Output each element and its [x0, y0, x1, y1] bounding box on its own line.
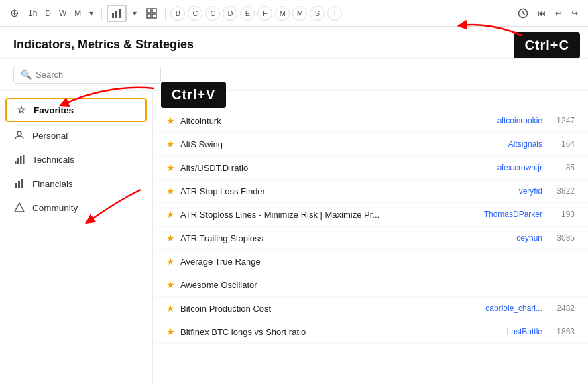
sidebar-item-financials-label: Financials	[32, 179, 73, 189]
timeframe-group: 1h D W M ▾	[25, 7, 97, 19]
svg-rect-5	[147, 14, 151, 18]
chart-dropdown-button[interactable]: ▾	[129, 7, 140, 20]
add-chart-button[interactable]: ⊕	[7, 5, 22, 21]
script-name: Bitcoin Production Cost	[180, 304, 470, 314]
table-row[interactable]: ★ AltS Swing Altsignals 164	[153, 133, 588, 156]
search-input-wrap[interactable]: 🔍	[13, 66, 161, 84]
letter-f[interactable]: F	[257, 6, 272, 21]
letter-b[interactable]: B	[170, 6, 185, 21]
table-row[interactable]: ★ Alts/USDT.D ratio alex.crown.jr 85	[153, 156, 588, 180]
table-row[interactable]: ★ Average True Range	[153, 250, 588, 273]
script-author[interactable]: ceyhun	[475, 233, 542, 243]
tf-w[interactable]: W	[56, 7, 70, 19]
table-row[interactable]: ★ ATR Stop Loss Finder veryfid 3822	[153, 180, 588, 203]
search-input[interactable]	[36, 70, 154, 80]
script-count: 3085	[548, 233, 575, 243]
star-icon: ★	[166, 233, 175, 243]
chart-type-button[interactable]	[107, 5, 127, 22]
star-icon: ★	[166, 209, 175, 220]
svg-rect-6	[152, 14, 156, 18]
script-name: ATR Stoploss Lines - Minimize Risk | Max…	[180, 210, 470, 220]
script-author[interactable]: capriole_charl...	[475, 304, 542, 313]
clock-button[interactable]	[514, 6, 532, 21]
script-count: 1247	[548, 116, 575, 125]
script-name: AltS Swing	[180, 139, 470, 149]
script-count: 164	[548, 139, 575, 149]
table-row[interactable]: ★ ATR Stoploss Lines - Minimize Risk | M…	[153, 203, 588, 227]
undo-button[interactable]: ↩	[552, 7, 565, 20]
svg-rect-0	[112, 13, 114, 18]
script-count: 3822	[548, 186, 575, 196]
search-icon: 🔍	[21, 70, 32, 80]
toolbar: ⊕ 1h D W M ▾ ▾ B C C D E F M M S T	[0, 0, 588, 27]
svg-rect-2	[119, 9, 121, 18]
personal-icon	[13, 129, 25, 141]
favorites-icon: ☆	[15, 104, 27, 116]
table-row[interactable]: ★ ATR Trailing Stoploss ceyhun 3085	[153, 227, 588, 250]
tf-m[interactable]: M	[71, 7, 84, 19]
sidebar-item-favorites-label: Favorites	[34, 105, 74, 115]
script-name: Average True Range	[180, 257, 470, 267]
letter-s[interactable]: S	[310, 6, 325, 21]
script-author[interactable]: ThomasDParker	[475, 210, 542, 219]
svg-line-9	[523, 13, 525, 15]
letter-c2[interactable]: C	[205, 6, 220, 21]
script-count: 2482	[548, 304, 575, 313]
sidebar-item-technicals[interactable]: Technicals	[0, 147, 152, 172]
svg-rect-1	[115, 11, 117, 18]
page-title: Indicators, Metrics & Strategies	[13, 38, 575, 52]
script-author[interactable]: veryfid	[475, 186, 542, 196]
sidebar-item-community-label: Community	[32, 203, 78, 213]
letter-d[interactable]: D	[223, 6, 237, 21]
letter-m2[interactable]: M	[292, 6, 307, 21]
table-row[interactable]: ★ Altcointurk altcoinrookie 1247	[153, 109, 588, 133]
table-row[interactable]: ★ Bitcoin Production Cost capriole_charl…	[153, 297, 588, 320]
sidebar-item-personal[interactable]: Personal	[0, 123, 152, 147]
script-count: 85	[548, 163, 575, 172]
script-author[interactable]: LastBattle	[475, 327, 542, 336]
star-icon: ★	[166, 115, 175, 126]
svg-rect-12	[17, 158, 19, 164]
sidebar-item-favorites[interactable]: ☆ Favorites	[5, 98, 147, 122]
grid-button[interactable]	[143, 6, 160, 21]
table-row[interactable]: ★ Awesome Oscillator	[153, 273, 588, 297]
table-row[interactable]: ★ Bitfinex BTC longs vs Short ratio Last…	[153, 320, 588, 344]
svg-rect-16	[18, 181, 20, 188]
svg-rect-4	[152, 9, 156, 13]
svg-rect-3	[147, 9, 151, 13]
svg-rect-13	[20, 156, 22, 164]
script-author[interactable]: Altsignals	[475, 139, 542, 149]
svg-rect-17	[21, 179, 23, 188]
script-author[interactable]: altcoinrookie	[475, 116, 542, 125]
ctrl-v-tooltip: Ctrl+V	[161, 82, 226, 108]
letter-t[interactable]: T	[327, 6, 342, 21]
star-icon: ★	[166, 186, 175, 196]
tf-1h[interactable]: 1h	[25, 7, 40, 19]
back-to-start-button[interactable]: ⏮	[534, 7, 549, 20]
svg-marker-18	[15, 203, 24, 212]
svg-rect-11	[15, 161, 17, 164]
redo-button[interactable]: ↪	[568, 7, 581, 20]
script-name: ATR Stop Loss Finder	[180, 186, 470, 196]
script-name: Awesome Oscillator	[180, 280, 470, 290]
tf-d[interactable]: D	[42, 7, 54, 19]
star-icon: ★	[166, 279, 175, 290]
letter-e[interactable]: E	[240, 6, 255, 21]
sidebar: ☆ Favorites Personal	[0, 91, 153, 385]
sidebar-item-community[interactable]: Community	[0, 196, 152, 220]
star-icon: ★	[166, 256, 175, 267]
script-count: 193	[548, 210, 575, 219]
sidebar-item-personal-label: Personal	[32, 131, 68, 141]
main-content: ☆ Favorites Personal	[0, 91, 588, 385]
tf-dropdown[interactable]: ▾	[86, 7, 97, 19]
script-author[interactable]: alex.crown.jr	[475, 163, 542, 172]
svg-point-10	[17, 131, 21, 135]
script-count: 1863	[548, 327, 575, 336]
star-icon: ★	[166, 162, 175, 173]
sidebar-item-financials[interactable]: Financials	[0, 172, 152, 196]
letter-c1[interactable]: C	[188, 6, 202, 21]
letter-m1[interactable]: M	[275, 6, 290, 21]
separator-2	[165, 7, 166, 20]
script-name: Alts/USDT.D ratio	[180, 163, 470, 173]
script-name: ATR Trailing Stoploss	[180, 233, 470, 243]
